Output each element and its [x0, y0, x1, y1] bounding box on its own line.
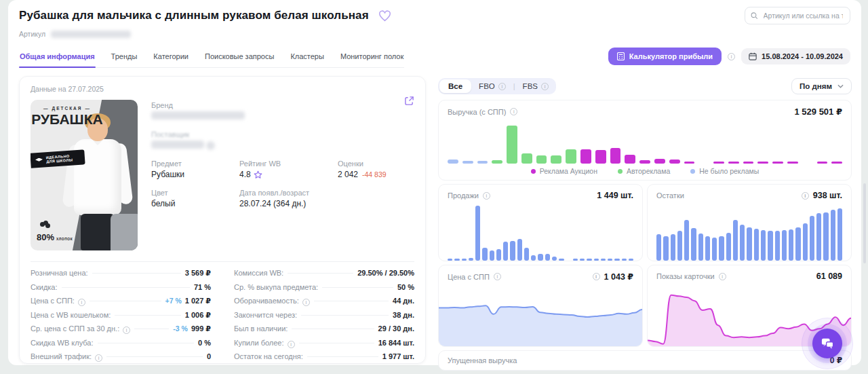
field-color: Цвет белый: [151, 189, 239, 208]
stat-label: Остаток на сегодня:: [234, 352, 303, 360]
chart-bar: [507, 126, 517, 164]
photo-cotton-text: 80% ХЛОПОК: [37, 232, 73, 242]
stat-value: 38 дн.: [393, 311, 414, 319]
stat-row: Цена с WB кошельком:1 006 ₽: [31, 311, 211, 325]
stat-row: Остаток на сегодня:1 977 шт.: [234, 352, 414, 367]
calculator-info-icon[interactable]: [728, 53, 735, 60]
impressions-info-icon[interactable]: [719, 273, 726, 280]
sales-info-icon[interactable]: [483, 192, 490, 200]
field-grid: Предмет Рубашки Рейтинг WB 4.8 Оценки: [151, 160, 414, 179]
chart-bar: [726, 233, 731, 261]
profit-calculator-button[interactable]: Калькулятор прибыли: [608, 48, 722, 65]
mode-tab-fbs[interactable]: FBS: [517, 79, 555, 93]
stat-info-icon[interactable]: [95, 354, 102, 362]
lost-revenue-label: Упущенная выручка: [448, 356, 517, 364]
stat-label: Ср. цена с СПП за 30 дн.:: [31, 324, 119, 333]
chart-bar: [761, 230, 766, 261]
chart-bar: [733, 220, 738, 261]
product-fields: Бренд Поставщик Предмет Рубашки: [138, 100, 414, 250]
stat-info-icon[interactable]: [302, 299, 310, 306]
external-link-icon[interactable]: [404, 96, 414, 109]
tab-3[interactable]: Поисковые запросы: [204, 52, 275, 67]
search-input[interactable]: [762, 11, 844, 20]
stat-row: Ср. % выкупа предмета:50 %: [234, 283, 414, 297]
stat-row: Скидка:71 %: [31, 283, 211, 297]
stat-row: Цена с СПП:+7 %1 027 ₽: [31, 297, 211, 311]
stocks-info-icon[interactable]: [802, 192, 809, 200]
stat-info-icon[interactable]: [123, 326, 130, 334]
price-spp-info-icon[interactable]: [494, 273, 501, 280]
stat-info-icon[interactable]: [288, 341, 295, 348]
scrollbar-thumb[interactable]: [863, 183, 866, 263]
chat-icon: [821, 337, 834, 350]
revenue-info-icon[interactable]: [510, 108, 517, 115]
chart-bar: [551, 155, 561, 164]
stat-label: Комиссия WB:: [234, 269, 283, 277]
stat-value: 29.50% / 29.50%: [357, 269, 414, 277]
chart-bar: [531, 255, 536, 261]
chart-bar: [608, 259, 612, 261]
data-date-label: Данные на 27.07.2025: [31, 85, 414, 93]
chart-bar: [831, 210, 835, 261]
tab-0[interactable]: Общая информация: [19, 52, 96, 67]
analytics-panel: Все FBO | FBS По дням Выручка (с СПП) 1 …: [438, 76, 852, 371]
chart-bar: [482, 248, 487, 261]
chart-bar: [654, 159, 665, 164]
product-row: ДЕТСКАЯ РУБАШКА ИДЕАЛЬНОДЛЯ ШКОЛЫ 80% ХЛ…: [31, 100, 414, 250]
stats-right-column: Комиссия WB:29.50% / 29.50%Ср. % выкупа …: [234, 269, 414, 367]
revenue-bar-chart: [448, 122, 842, 164]
chart-bar: [677, 231, 682, 261]
article-value-blurred: [51, 31, 131, 38]
date-range-picker[interactable]: 15.08.2024 - 10.09.2024: [741, 48, 850, 64]
mode-tab-all[interactable]: Все: [439, 79, 471, 93]
period-select[interactable]: По дням: [791, 78, 852, 94]
stat-value: 3 569 ₽: [185, 269, 211, 278]
fbo-info-icon[interactable]: [498, 83, 506, 90]
price-spp-total: 1 043 ₽: [604, 272, 633, 282]
stat-row: Скидка WB клуба:0 %: [31, 339, 211, 353]
tab-5[interactable]: Мониторинг полок: [340, 52, 404, 67]
chart-bar: [656, 234, 661, 261]
stat-row: Закончится через:38 дн.: [234, 311, 414, 325]
cotton-icon: [40, 222, 50, 229]
legend-item: Реклама Аукцион: [531, 167, 597, 175]
fbs-info-icon[interactable]: [541, 83, 549, 90]
chat-button[interactable]: [812, 329, 842, 358]
chart-bar: [625, 155, 635, 164]
card-divider: [31, 261, 414, 262]
stat-value: 0 %: [198, 339, 211, 347]
tab-1[interactable]: Тренды: [111, 52, 138, 67]
mode-tab-fbo[interactable]: FBO: [473, 79, 512, 93]
page-title: Рубашка для мальчика с длинным рукавом б…: [19, 9, 369, 22]
field-ratings-count: Оценки 2 042-44 839: [338, 160, 414, 179]
stat-value: 29 / 30 дн.: [378, 324, 414, 333]
impressions-total: 61 089: [816, 272, 842, 281]
field-supplier: Поставщик: [151, 130, 414, 150]
favorite-heart-icon[interactable]: [378, 10, 391, 22]
chart-bar: [496, 249, 501, 261]
chart-bar: [795, 227, 800, 261]
stat-value: -3 %999 ₽: [173, 324, 211, 333]
stat-row: Был в наличии:29 / 30 дн.: [234, 324, 414, 339]
chart-bar: [768, 231, 772, 261]
tab-2[interactable]: Категории: [153, 52, 189, 67]
chart-bar: [622, 259, 627, 261]
tab-4[interactable]: Кластеры: [290, 52, 325, 67]
price-value-info-icon[interactable]: [593, 273, 600, 280]
ratings-delta: -44 839: [362, 170, 387, 179]
stat-info-icon[interactable]: [78, 299, 85, 306]
stat-row: Розничная цена:3 569 ₽: [31, 269, 211, 283]
chart-bar: [475, 206, 480, 261]
mid-charts-row: Продажи 1 449 шт. Остатки 938 шт.: [438, 184, 852, 261]
product-photo-figure: [68, 113, 136, 250]
chart-bar: [691, 228, 696, 261]
stat-label: Купили более:: [234, 339, 284, 347]
chart-legend: Реклама АукционАвторекламаНе было реклам…: [439, 164, 851, 180]
chart-bar: [803, 223, 808, 261]
search-icon: [751, 12, 758, 20]
stat-row: Купили более:16 844 шт.: [234, 339, 414, 353]
chart-bar: [810, 216, 814, 261]
search-box[interactable]: [745, 7, 850, 24]
stat-row: Оборачиваемость:44 дн.: [234, 297, 414, 311]
chart-bar: [629, 259, 633, 261]
